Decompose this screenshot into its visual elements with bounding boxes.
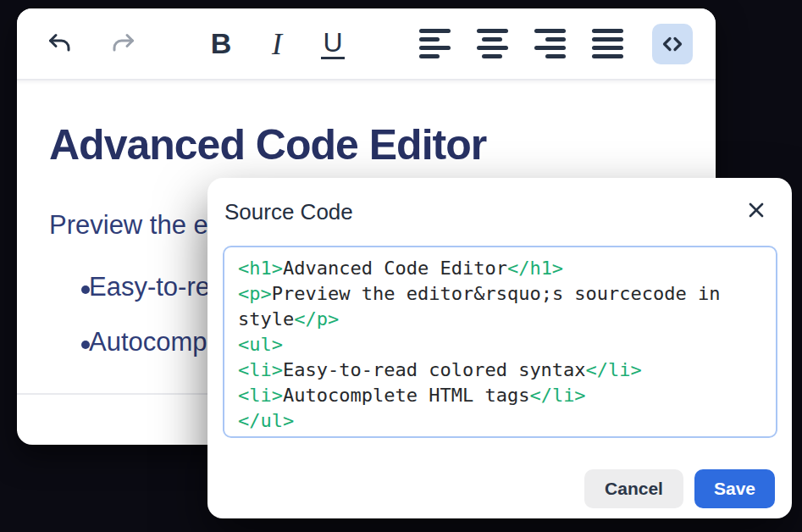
redo-icon xyxy=(110,30,137,58)
close-icon xyxy=(747,201,766,219)
bold-icon: B xyxy=(211,27,232,60)
code-line: <ul> xyxy=(238,332,762,357)
code-line: <h1>Advanced Code Editor</h1> xyxy=(238,256,762,281)
source-code-dialog: Source Code <h1>Advanced Code Editor</h1… xyxy=(207,178,792,518)
undo-icon xyxy=(46,30,73,58)
align-center-icon xyxy=(477,29,508,58)
justify-icon xyxy=(592,29,623,58)
editor-toolbar: B I U xyxy=(17,8,716,80)
underline-icon: U xyxy=(321,29,344,59)
italic-icon: I xyxy=(272,26,282,62)
code-line: </ul> xyxy=(238,408,762,434)
code-line: <p>Preview the editor&rsquo;s sourcecode… xyxy=(238,281,762,307)
code-line: <li>Autocomplete HTML tags</li> xyxy=(238,383,762,408)
undo-button[interactable] xyxy=(39,24,80,64)
align-left-button[interactable] xyxy=(414,24,455,64)
page-background: B I U xyxy=(0,0,802,532)
code-line: <li>Easy-to-read colored syntax</li> xyxy=(238,357,762,383)
italic-button[interactable]: I xyxy=(257,24,297,64)
dialog-title: Source Code xyxy=(224,199,353,225)
align-right-icon xyxy=(534,29,566,58)
align-center-button[interactable] xyxy=(472,24,512,64)
justify-button[interactable] xyxy=(587,24,628,64)
align-left-icon xyxy=(419,29,451,58)
code-brackets-icon xyxy=(659,30,686,58)
close-button[interactable] xyxy=(744,198,768,222)
save-button[interactable]: Save xyxy=(694,469,775,508)
cancel-button[interactable]: Cancel xyxy=(584,469,683,508)
document-heading: Advanced Code Editor xyxy=(49,121,486,169)
code-view-button[interactable] xyxy=(652,24,693,64)
bold-button[interactable]: B xyxy=(201,24,241,64)
underline-button[interactable]: U xyxy=(313,24,353,64)
align-right-button[interactable] xyxy=(529,24,570,64)
code-line: style</p> xyxy=(238,307,762,332)
source-code-textarea[interactable]: <h1>Advanced Code Editor</h1><p>Preview … xyxy=(223,246,777,438)
redo-button[interactable] xyxy=(103,24,144,64)
